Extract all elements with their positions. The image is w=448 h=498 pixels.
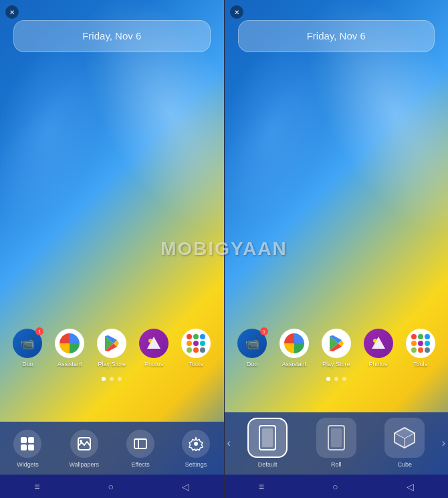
wallpapers-button[interactable]: Wallpapers	[69, 430, 99, 468]
right-tools-label: Tools	[413, 361, 427, 367]
svg-rect-2	[28, 437, 34, 443]
nav-menu-left[interactable]: ≡	[24, 478, 49, 495]
playstore-icon	[97, 329, 126, 358]
right-google-g-icon	[284, 333, 304, 353]
effect-default-label: Default	[258, 461, 277, 468]
right-date-text: Friday, Nov 6	[307, 30, 366, 42]
widgets-button[interactable]: Widgets	[13, 430, 41, 468]
dot-2	[110, 377, 114, 381]
page-dots	[0, 377, 224, 381]
effects-label: Effects	[131, 461, 149, 468]
app-item-assistant[interactable]: Assistant	[51, 329, 88, 367]
widgets-label: Widgets	[17, 461, 39, 468]
effects-icon	[126, 430, 154, 458]
widgets-icon	[13, 430, 41, 458]
right-app-item-photos[interactable]: Photos	[360, 329, 397, 367]
nav-home-right[interactable]: ○	[322, 478, 348, 495]
right-tools-dots	[411, 334, 430, 353]
svg-rect-12	[262, 428, 273, 447]
settings-label: Settings	[185, 461, 207, 468]
right-panel: ✕ Friday, Nov 6 📹 1 Duo Assistant	[225, 0, 449, 498]
right-duo-icon: 📹 1	[237, 329, 267, 358]
nav-back-right[interactable]: ◁	[397, 478, 424, 495]
playstore-label: Play Store	[98, 361, 126, 367]
duo-badge: 1	[35, 327, 43, 335]
tools-dots	[187, 334, 205, 353]
wallpapers-label: Wallpapers	[69, 461, 99, 468]
svg-point-6	[80, 440, 82, 442]
effects-right-arrow[interactable]: ›	[441, 437, 447, 449]
dot-1	[102, 377, 106, 381]
right-close-button[interactable]: ✕	[230, 5, 243, 19]
effects-options: ‹ Default Roll	[225, 418, 449, 468]
effects-button[interactable]: Effects	[126, 430, 154, 468]
tools-icon	[181, 329, 211, 358]
effects-left-arrow[interactable]: ‹	[226, 437, 232, 449]
effect-roll-label: Roll	[331, 461, 342, 468]
effect-roll-icon	[316, 418, 356, 458]
right-assistant-icon	[279, 329, 309, 358]
photos-svg	[144, 334, 163, 353]
right-app-item-playstore[interactable]: Play Store	[318, 329, 355, 367]
right-app-icons-row: 📹 1 Duo Assistant Play Store	[225, 329, 449, 367]
right-playstore-svg	[328, 335, 345, 352]
bottom-actions: Widgets Wallpapers	[0, 430, 224, 468]
right-app-item-assistant[interactable]: Assistant	[275, 329, 313, 367]
svg-rect-7	[134, 439, 146, 448]
app-item-photos[interactable]: Photos	[135, 329, 173, 367]
nav-back-left[interactable]: ◁	[172, 478, 199, 495]
right-dot-2	[334, 377, 338, 381]
settings-icon	[182, 430, 210, 458]
app-item-tools[interactable]: Tools	[177, 329, 215, 367]
right-photos-icon	[364, 329, 393, 358]
right-duo-label: Duo	[247, 361, 258, 367]
right-tools-icon	[406, 329, 435, 358]
right-date-widget: Friday, Nov 6	[238, 20, 435, 52]
effect-cube[interactable]: Cube	[372, 418, 438, 468]
effect-default[interactable]: Default	[235, 418, 301, 468]
app-item-playstore[interactable]: Play Store	[93, 329, 130, 367]
wallpapers-icon	[70, 430, 98, 458]
svg-point-10	[373, 339, 377, 343]
date-widget: Friday, Nov 6	[13, 20, 211, 52]
tools-label: Tools	[189, 361, 203, 367]
right-nav-bar: ≡ ○ ◁	[225, 475, 449, 498]
right-photos-label: Photos	[369, 361, 388, 367]
nav-home-left[interactable]: ○	[98, 478, 124, 495]
right-duo-badge: 1	[260, 327, 268, 335]
left-panel: ✕ Friday, Nov 6 📹 1 Duo Assistant	[0, 0, 224, 498]
svg-rect-4	[28, 444, 34, 450]
right-assistant-label: Assistant	[282, 361, 307, 367]
svg-rect-3	[21, 444, 27, 450]
duo-icon: 📹 1	[13, 329, 42, 358]
svg-point-9	[194, 442, 198, 446]
right-playstore-icon	[322, 329, 351, 358]
effect-roll[interactable]: Roll	[303, 418, 369, 468]
app-icons-row: 📹 1 Duo Assistant Play Store	[0, 329, 224, 367]
effects-panel: ‹ Default Roll	[225, 412, 449, 475]
nav-menu-right[interactable]: ≡	[249, 478, 274, 495]
assistant-icon	[55, 329, 84, 358]
photos-icon	[139, 329, 169, 358]
left-nav-bar: ≡ ○ ◁	[0, 475, 224, 498]
photos-label: Photos	[144, 361, 163, 367]
effect-cube-icon	[384, 418, 425, 458]
right-app-item-duo[interactable]: 📹 1 Duo	[233, 329, 271, 367]
right-dot-3	[342, 377, 346, 381]
close-button[interactable]: ✕	[5, 5, 19, 19]
right-dot-1	[326, 377, 330, 381]
svg-rect-14	[331, 428, 342, 447]
google-g-icon	[60, 333, 80, 353]
dot-3	[118, 377, 122, 381]
app-item-duo[interactable]: 📹 1 Duo	[9, 329, 46, 367]
settings-button[interactable]: Settings	[182, 430, 210, 468]
right-app-item-tools[interactable]: Tools	[402, 329, 439, 367]
date-text: Friday, Nov 6	[82, 30, 141, 42]
right-playstore-label: Play Store	[322, 361, 350, 367]
right-photos-svg	[369, 334, 388, 353]
playstore-svg	[103, 335, 120, 352]
bottom-bar: Widgets Wallpapers	[0, 422, 224, 475]
duo-label: Duo	[22, 361, 33, 367]
right-page-dots	[225, 377, 449, 381]
effect-default-icon	[247, 418, 288, 458]
